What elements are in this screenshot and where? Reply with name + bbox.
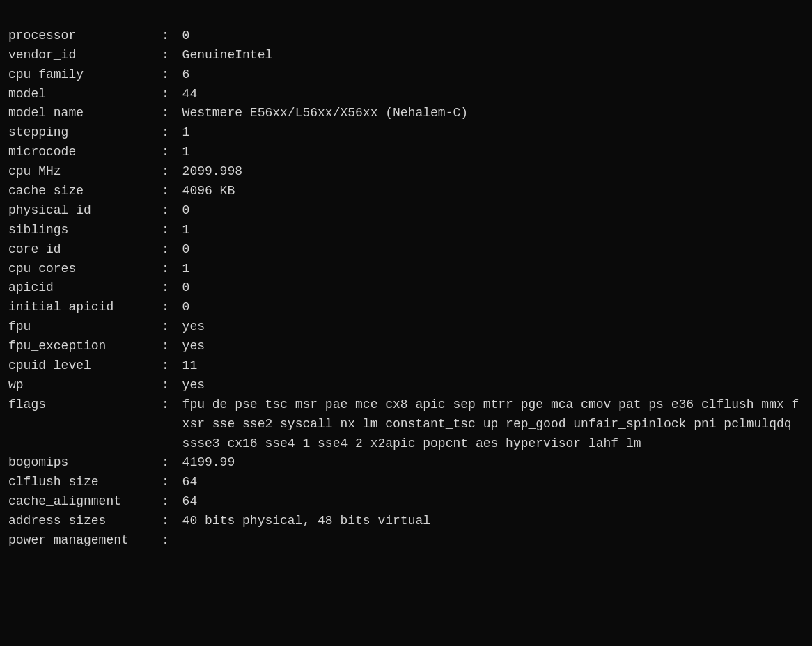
line-sep: : [162, 376, 177, 395]
terminal-line: physical id: 0 [8, 201, 804, 221]
line-sep: : [162, 46, 177, 65]
line-val: 64 [182, 473, 804, 492]
line-sep: : [162, 260, 177, 279]
line-key: cpuid level [8, 356, 162, 376]
terminal-line: cache size: 4096 KB [8, 182, 804, 201]
line-sep: : [162, 123, 177, 143]
line-key: model name [8, 104, 162, 123]
terminal-line: siblings: 1 [8, 221, 804, 240]
terminal-line: model name: Westmere E56xx/L56xx/X56xx (… [8, 104, 804, 123]
line-key: clflush size [8, 473, 162, 492]
line-sep: : [162, 278, 177, 298]
line-val: 44 [182, 85, 804, 104]
line-sep: : [162, 143, 177, 162]
line-key: apicid [8, 278, 162, 298]
line-val: 1 [182, 123, 804, 143]
line-sep: : [162, 317, 177, 337]
terminal-line: cache_alignment: 64 [8, 492, 804, 512]
line-val: 4096 KB [182, 182, 804, 201]
line-key: physical id [8, 201, 162, 221]
terminal-line: model: 44 [8, 85, 804, 104]
terminal-line: fpu_exception: yes [8, 337, 804, 356]
line-sep: : [162, 26, 177, 46]
line-val: 1 [182, 143, 804, 162]
terminal-line: power management: [8, 531, 804, 551]
terminal-output: processor: 0vendor_id: GenuineIntelcpu f… [8, 7, 804, 551]
line-key: initial apicid [8, 298, 162, 317]
terminal-line: vendor_id: GenuineIntel [8, 46, 804, 65]
line-val: 1 [182, 221, 804, 240]
line-val: 0 [182, 240, 804, 260]
line-sep: : [162, 298, 177, 317]
line-val: 2099.998 [182, 162, 804, 182]
terminal-line: stepping: 1 [8, 123, 804, 143]
line-val: 40 bits physical, 48 bits virtual [182, 512, 804, 531]
line-val: 6 [182, 65, 804, 85]
line-key: power management [8, 531, 162, 551]
terminal-line: apicid: 0 [8, 278, 804, 298]
terminal-line: cpu family: 6 [8, 65, 804, 85]
line-sep: : [162, 337, 177, 356]
line-key: bogomips [8, 453, 162, 473]
line-val: GenuineIntel [182, 46, 804, 65]
line-sep: : [162, 492, 177, 512]
terminal-line: microcode: 1 [8, 143, 804, 162]
line-key: cpu family [8, 65, 162, 85]
line-key: model [8, 85, 162, 104]
line-key: cache size [8, 182, 162, 201]
line-key: flags [8, 395, 162, 454]
line-key: processor [8, 26, 162, 46]
line-sep: : [162, 85, 177, 104]
line-val: yes [182, 317, 804, 337]
line-key: stepping [8, 123, 162, 143]
line-val: 64 [182, 492, 804, 512]
terminal-line: core id: 0 [8, 240, 804, 260]
terminal-line: fpu: yes [8, 317, 804, 337]
terminal-line: bogomips: 4199.99 [8, 453, 804, 473]
line-sep: : [162, 65, 177, 85]
line-sep: : [162, 162, 177, 182]
terminal-line: clflush size: 64 [8, 473, 804, 492]
line-sep: : [162, 531, 169, 551]
line-sep: : [162, 201, 177, 221]
line-val: Westmere E56xx/L56xx/X56xx (Nehalem-C) [182, 104, 804, 123]
terminal-line: address sizes: 40 bits physical, 48 bits… [8, 512, 804, 531]
line-key: siblings [8, 221, 162, 240]
line-sep: : [162, 182, 177, 201]
terminal-line: cpu MHz: 2099.998 [8, 162, 804, 182]
line-val: 0 [182, 201, 804, 221]
terminal-line: cpuid level: 11 [8, 356, 804, 376]
terminal-line: initial apicid: 0 [8, 298, 804, 317]
line-val [175, 531, 804, 551]
line-val: yes [182, 376, 804, 395]
line-key: wp [8, 376, 162, 395]
terminal-line: flags: fpu de pse tsc msr pae mce cx8 ap… [8, 395, 804, 454]
line-sep: : [162, 356, 177, 376]
line-key: fpu_exception [8, 337, 162, 356]
line-key: address sizes [8, 512, 162, 531]
line-val: fpu de pse tsc msr pae mce cx8 apic sep … [182, 395, 804, 454]
line-sep: : [162, 453, 177, 473]
line-key: cache_alignment [8, 492, 162, 512]
line-val: 4199.99 [182, 453, 804, 473]
line-val: 1 [182, 260, 804, 279]
line-sep: : [162, 473, 177, 492]
line-key: cpu cores [8, 260, 162, 279]
line-sep: : [162, 395, 177, 454]
line-sep: : [162, 104, 177, 123]
line-key: cpu MHz [8, 162, 162, 182]
line-sep: : [162, 221, 177, 240]
terminal-line: cpu cores: 1 [8, 260, 804, 279]
line-key: core id [8, 240, 162, 260]
line-val: 0 [182, 298, 804, 317]
line-sep: : [162, 512, 177, 531]
line-val: 11 [182, 356, 804, 376]
terminal-line: processor: 0 [8, 26, 804, 46]
line-key: microcode [8, 143, 162, 162]
terminal-line: wp: yes [8, 376, 804, 395]
line-val: 0 [182, 278, 804, 298]
line-key: fpu [8, 317, 162, 337]
line-val: 0 [182, 26, 804, 46]
line-val: yes [182, 337, 804, 356]
line-key: vendor_id [8, 46, 162, 65]
